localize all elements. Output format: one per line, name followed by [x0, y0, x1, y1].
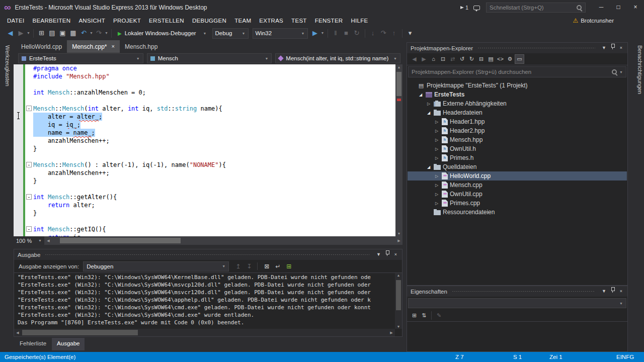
indicator-margin[interactable]	[14, 153, 23, 161]
menu-erstellen[interactable]: ERSTELLEN	[145, 15, 188, 26]
expander-icon[interactable]: ▷	[434, 156, 440, 160]
open-file-icon[interactable]: ▤	[47, 28, 57, 39]
start-debug-button[interactable]: ▶Lokaler Windows-Debugger▼	[114, 28, 210, 39]
notifications-autohide-tab[interactable]: Benachrichtigungen	[634, 40, 644, 352]
tree-item[interactable]: ▷++HelloWorld.cpp	[408, 171, 627, 180]
type-dropdown[interactable]: Mensch ▼	[147, 53, 272, 63]
chevron-down-icon[interactable]: ▼	[320, 28, 325, 39]
menu-test[interactable]: TEST	[287, 15, 311, 26]
nav-back-icon[interactable]: ◀	[5, 28, 16, 39]
expander-icon[interactable]: ▷	[434, 138, 440, 142]
indicator-margin[interactable]	[14, 161, 23, 169]
fold-collapse-icon[interactable]: -	[26, 226, 32, 232]
code-line[interactable]	[14, 153, 395, 161]
indicator-margin[interactable]	[14, 193, 23, 201]
code-line[interactable]	[14, 97, 395, 105]
tree-item[interactable]: ▷hHeader2.hpp	[408, 126, 627, 135]
fold-margin[interactable]: -	[25, 225, 33, 233]
editor-horizontal-scrollbar[interactable]	[52, 236, 395, 245]
restart-icon[interactable]: ↻	[352, 28, 362, 39]
close-icon[interactable]: ×	[112, 40, 115, 53]
fold-margin[interactable]	[25, 137, 33, 145]
fold-margin[interactable]	[25, 97, 33, 105]
indicator-margin[interactable]	[14, 105, 23, 113]
tab-menschcpp[interactable]: Mensch.cpp*×	[67, 40, 120, 53]
save-all-icon[interactable]: ▦	[68, 28, 78, 39]
close-icon[interactable]: ×	[617, 286, 625, 297]
feedback-bubble-icon[interactable]	[473, 6, 480, 10]
solution-configurations-select[interactable]: Debug▼	[212, 28, 249, 39]
fold-margin[interactable]	[25, 88, 33, 97]
indicator-margin[interactable]	[14, 177, 23, 185]
output-panel-header[interactable]: Ausgabe ▼ ×	[14, 249, 402, 260]
pin-button[interactable]	[383, 249, 391, 260]
code-line[interactable]	[14, 185, 395, 193]
collapse-all-icon[interactable]: ⊟	[476, 54, 486, 64]
menu-debuggen[interactable]: DEBUGGEN	[188, 15, 230, 26]
tree-item[interactable]: ▷++Mensch.cpp	[408, 180, 627, 190]
code-line[interactable]: -Mensch::Mensch() : alter(-1), iq(-1), n…	[14, 161, 395, 169]
solution-explorer-search-input[interactable]: Projektmappen-Explorer (Strg+ü) durchsuc…	[408, 66, 626, 77]
code-line[interactable]: anzahlMenschen++;	[14, 137, 395, 145]
tree-item[interactable]: ◢Quelldateien	[408, 162, 627, 171]
fold-margin[interactable]	[25, 145, 33, 153]
indicator-margin[interactable]	[14, 201, 23, 209]
close-button[interactable]: ×	[627, 0, 644, 15]
home-icon[interactable]: ⌂	[429, 54, 438, 64]
menu-team[interactable]: TEAM	[230, 15, 255, 26]
show-all-files-icon[interactable]: ▤	[486, 54, 496, 64]
scrollbar-thumb[interactable]	[396, 72, 401, 96]
output-vertical-scrollbar[interactable]: ▲ ▼	[395, 273, 402, 329]
code-editor[interactable]: #pragma once#include "Mensch.hpp"int Men…	[14, 64, 395, 236]
pending-changes-filter-icon[interactable]: ⇄	[448, 54, 457, 64]
scroll-down-icon[interactable]: ▼	[395, 325, 402, 328]
code-line[interactable]: name = name_;	[14, 129, 395, 137]
code-line[interactable]: alter = alter_;	[14, 113, 395, 121]
code-line[interactable]: -Mensch::Mensch(int alter, int iq, std::…	[14, 105, 395, 113]
expander-icon[interactable]: ▷	[434, 147, 440, 151]
window-position-icon[interactable]: ▼	[600, 43, 608, 53]
code-line[interactable]: -int Mensch::getIQ(){	[14, 225, 395, 233]
tab-menschhpp[interactable]: Mensch.hpp	[120, 40, 163, 53]
fold-margin[interactable]	[25, 177, 33, 185]
window-position-icon[interactable]: ▼	[600, 286, 608, 297]
messages-settings-icon[interactable]: ⊞	[284, 261, 294, 272]
scrollbar-thumb[interactable]	[396, 280, 401, 310]
code-line[interactable]: -int Mensch::getAlter(){	[14, 193, 395, 201]
menu-datei[interactable]: DATEI	[3, 15, 29, 26]
tree-item[interactable]: ▷++OwnUtil.cpp	[408, 190, 627, 199]
fold-collapse-icon[interactable]: -	[26, 194, 32, 200]
clear-all-icon[interactable]: ⊠	[262, 261, 272, 272]
tree-item[interactable]: ▷Externe Abhängigkeiten	[408, 99, 627, 108]
tree-item[interactable]: ▤Projektmappe "ErsteTests" (1 Projekt)	[408, 81, 627, 90]
expander-icon[interactable]: ▷	[434, 174, 440, 178]
code-line[interactable]: }	[14, 209, 395, 217]
break-all-icon[interactable]: ‖	[331, 28, 341, 39]
fold-margin[interactable]: -	[25, 193, 33, 201]
fold-collapse-icon[interactable]: -	[26, 162, 32, 167]
fold-margin[interactable]	[25, 121, 33, 129]
expander-icon[interactable]: ◢	[426, 111, 432, 115]
close-icon[interactable]: ×	[391, 249, 400, 260]
indicator-margin[interactable]	[14, 225, 23, 233]
menu-projekt[interactable]: PROJEKT	[109, 15, 145, 26]
properties-object-dropdown[interactable]: ▼	[408, 298, 626, 308]
project-dropdown[interactable]: ErsteTests ▼	[18, 53, 143, 63]
tab-ausgabe[interactable]: Ausgabe	[52, 338, 85, 350]
undo-icon[interactable]: ↶	[78, 28, 89, 39]
pin-button[interactable]	[608, 286, 617, 297]
toggle-word-wrap-icon[interactable]: ↵	[273, 261, 283, 272]
indicator-margin[interactable]	[14, 72, 23, 80]
code-line[interactable]: int Mensch::anzahlMenschen = 0;	[14, 88, 395, 97]
code-line[interactable]	[14, 217, 395, 225]
code-line[interactable]: iq = iq_;	[14, 121, 395, 129]
run-icon[interactable]: ▶	[310, 28, 320, 39]
preview-selected-items-icon[interactable]: ▭	[515, 54, 524, 64]
step-into-icon[interactable]: ↓	[368, 28, 378, 39]
fold-margin[interactable]	[25, 209, 33, 217]
expander-icon[interactable]: ◢	[418, 93, 424, 97]
tree-item[interactable]: ▷hPrimes.h	[408, 153, 627, 162]
indicator-margin[interactable]	[14, 97, 23, 105]
toolbar-overflow-icon[interactable]: ▾	[405, 28, 416, 39]
scrollbar-thumb[interactable]	[60, 238, 181, 243]
